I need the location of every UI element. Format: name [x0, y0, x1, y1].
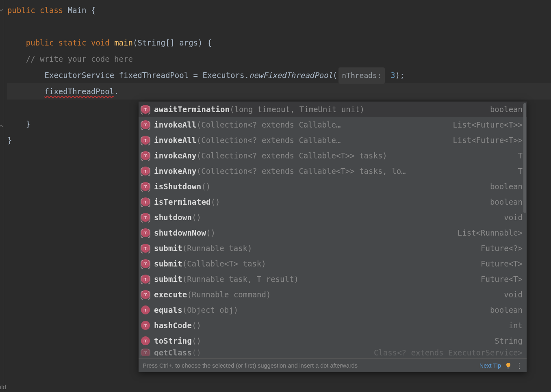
autocomplete-item[interactable]: minvokeAll(Collection<? extends Callable…: [139, 132, 527, 148]
method-signature: awaitTermination(long timeout, TimeUnit …: [154, 105, 364, 114]
return-type: boolean: [490, 305, 523, 314]
method-icon: m: [141, 151, 150, 160]
status-bar-left: ild: [0, 383, 6, 390]
more-icon[interactable]: ⋮: [516, 362, 523, 369]
scrollbar-thumb[interactable]: [523, 103, 526, 213]
method-signature: submit(Runnable task): [154, 244, 252, 253]
return-type: T: [518, 167, 523, 175]
autocomplete-popup: mawaitTermination(long timeout, TimeUnit…: [139, 102, 527, 372]
method-signature: isShutdown(): [154, 182, 210, 191]
autocomplete-item[interactable]: mhashCode()int: [139, 318, 527, 333]
method-signature: execute(Runnable command): [154, 290, 271, 299]
autocomplete-footer: Press Ctrl+. to choose the selected (or …: [139, 358, 527, 372]
return-type: void: [504, 290, 523, 299]
return-type: boolean: [490, 197, 523, 206]
method-icon: m: [141, 305, 150, 314]
autocomplete-item[interactable]: msubmit(Runnable task)Future<?>: [139, 240, 527, 256]
svg-rect-0: [508, 367, 510, 368]
method-signature: invokeAll(Collection<? extends Callable…: [154, 136, 341, 145]
return-type: Class<? extends ExecutorService>: [374, 349, 523, 356]
return-type: String: [495, 336, 523, 345]
return-type: Future<?>: [481, 244, 523, 253]
method-icon: m: [141, 167, 150, 175]
return-type: Future<T>: [481, 275, 523, 284]
autocomplete-item[interactable]: msubmit(Runnable task, T result)Future<T…: [139, 271, 527, 287]
code-line: ExecutorService fixedThreadPool = Execut…: [7, 67, 551, 83]
return-type: Future<T>: [481, 259, 523, 268]
method-icon: m: [141, 136, 150, 145]
method-icon: m: [141, 349, 150, 356]
method-icon: m: [141, 182, 150, 191]
method-signature: hashCode(): [154, 321, 201, 330]
parameter-hint: nThreads:: [338, 67, 385, 84]
return-type: List<Future<T>>: [453, 136, 523, 145]
method-signature: invokeAny(Collection<? extends Callable<…: [154, 167, 406, 175]
method-signature: equals(Object obj): [154, 305, 238, 314]
code-line: [7, 18, 551, 35]
autocomplete-item[interactable]: mexecute(Runnable command)void: [139, 287, 527, 302]
method-signature: shutdownNow(): [154, 228, 215, 237]
code-line-current: fixedThreadPool.: [7, 83, 551, 100]
return-type: int: [509, 321, 523, 330]
tip-text: Press Ctrl+. to choose the selected (or …: [143, 362, 475, 369]
method-signature: invokeAll(Collection<? extends Callable…: [154, 120, 341, 129]
return-type: void: [504, 213, 523, 222]
method-icon: m: [141, 290, 150, 299]
return-type: T: [518, 151, 523, 160]
return-type: List<Runnable>: [458, 228, 523, 237]
method-signature: submit(Runnable task, T result): [154, 275, 299, 284]
popup-scrollbar[interactable]: [523, 102, 527, 358]
autocomplete-item[interactable]: msubmit(Callable<T> task)Future<T>: [139, 256, 527, 271]
code-line: // write your code here: [7, 51, 551, 67]
method-signature: submit(Callable<T> task): [154, 259, 266, 268]
method-icon: m: [141, 259, 150, 268]
return-type: boolean: [490, 105, 523, 114]
method-icon: m: [141, 197, 150, 206]
autocomplete-item[interactable]: mshutdownNow()List<Runnable>: [139, 225, 527, 240]
method-signature: toString(): [154, 336, 201, 345]
method-icon: m: [141, 336, 150, 345]
autocomplete-item[interactable]: misShutdown()boolean: [139, 179, 527, 194]
autocomplete-item[interactable]: mequals(Object obj)boolean: [139, 302, 527, 318]
method-signature: invokeAny(Collection<? extends Callable<…: [154, 151, 387, 160]
autocomplete-item[interactable]: minvokeAny(Collection<? extends Callable…: [139, 148, 527, 163]
code-line: public class Main {: [7, 2, 551, 18]
return-type: boolean: [490, 182, 523, 191]
autocomplete-item[interactable]: minvokeAny(Collection<? extends Callable…: [139, 163, 527, 179]
method-icon: m: [141, 275, 150, 284]
autocomplete-list[interactable]: mawaitTermination(long timeout, TimeUnit…: [139, 102, 527, 358]
method-signature: isTerminated(): [154, 197, 220, 206]
return-type: List<Future<T>>: [453, 120, 523, 129]
method-signature: getClass(): [154, 349, 201, 356]
method-icon: m: [141, 321, 150, 330]
autocomplete-item[interactable]: misTerminated()boolean: [139, 194, 527, 210]
next-tip-link[interactable]: Next Tip: [479, 362, 501, 369]
code-line: public static void main(String[] args) {: [7, 35, 551, 51]
method-signature: shutdown(): [154, 213, 201, 222]
method-icon: m: [141, 228, 150, 237]
bulb-icon[interactable]: [505, 362, 512, 369]
method-icon: m: [141, 105, 150, 114]
method-icon: m: [141, 120, 150, 129]
autocomplete-item[interactable]: mgetClass()Class<? extends ExecutorServi…: [139, 349, 527, 356]
method-icon: m: [141, 244, 150, 253]
method-icon: m: [141, 213, 150, 222]
autocomplete-item[interactable]: mtoString()String: [139, 333, 527, 349]
autocomplete-item[interactable]: minvokeAll(Collection<? extends Callable…: [139, 117, 527, 132]
autocomplete-item[interactable]: mshutdown()void: [139, 210, 527, 225]
autocomplete-item[interactable]: mawaitTermination(long timeout, TimeUnit…: [139, 102, 527, 117]
